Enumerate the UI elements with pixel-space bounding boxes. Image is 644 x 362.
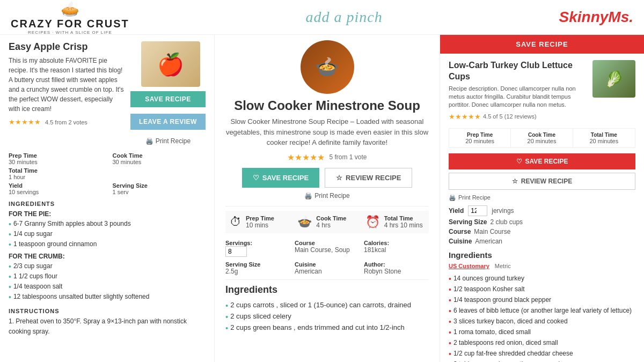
star-icon: ☆ xyxy=(512,178,518,185)
left-rating: 4.5 from 2 votes xyxy=(45,119,87,125)
list-item: 2 tablespoons red onion, diced small xyxy=(449,338,635,349)
list-item: 1/2 cup fat-free shredded cheddar cheese xyxy=(449,349,635,359)
middle-prep-val: 10 mins xyxy=(246,221,274,229)
middle-cuisine-val: American xyxy=(295,268,360,275)
right-course-label: Course xyxy=(449,228,471,235)
left-prep-time: Prep Time 30 minutes xyxy=(9,152,102,165)
middle-author: Author: Robyn Stone xyxy=(364,261,429,275)
heart-icon: ♡ xyxy=(516,158,522,165)
print-icon: 🖨️ xyxy=(145,137,153,145)
print-icon: 🖨️ xyxy=(304,192,312,200)
left-yield: Yield 10 servings xyxy=(9,182,102,195)
list-item: 1/4 cup sugar xyxy=(9,230,206,240)
list-item: 2/3 cup sugar xyxy=(9,262,206,272)
list-item: 6 leaves of bibb lettuce (or another lar… xyxy=(449,306,635,316)
right-course-row: Course Main Course xyxy=(449,228,635,235)
middle-serving-size-val: 2.5g xyxy=(225,268,290,275)
middle-time-grid: ⏱ Prep Time 10 mins 🍲 Cook Time 4 hrs ⏰ … xyxy=(225,211,429,233)
right-serving-val: 2 club cups xyxy=(490,218,523,226)
middle-print-label: Print Recipe xyxy=(314,192,349,200)
right-print-label: Print Recipe xyxy=(458,194,491,201)
right-content: Low-Carb Turkey Club Lettuce Cups Recipe… xyxy=(440,54,644,362)
middle-save-button[interactable]: ♡ SAVE RECIPE xyxy=(242,168,319,188)
list-item: 1 teaspoon ground cinnamon xyxy=(9,240,206,250)
list-item: 2 cups carrots , sliced or 1 (15-ounce) … xyxy=(225,300,429,311)
middle-meta-row2: Serving Size 2.5g Cuisine American Autho… xyxy=(225,261,429,275)
middle-total-label: Total Time xyxy=(384,215,423,221)
right-save-button[interactable]: ♡ SAVE RECIPE xyxy=(449,153,635,169)
right-total-val: 20 minutes xyxy=(575,138,633,144)
right-cuisine-label: Cuisine xyxy=(449,238,472,245)
middle-serving-size: Serving Size 2.5g xyxy=(225,261,290,275)
right-save-label: SAVE RECIPE xyxy=(525,158,568,165)
middle-panel: 🍲 Slow Cooker Minestrone Soup Slow Cooke… xyxy=(215,35,440,362)
list-item: 1 roma tomato, diced small xyxy=(449,327,635,338)
middle-cook-info: Cook Time 4 hrs xyxy=(316,215,346,229)
heart-icon: ♡ xyxy=(253,174,259,182)
middle-recipe-desc: Slow Cooker Minestrone Soup Recipe – Loa… xyxy=(225,116,429,148)
left-save-button[interactable]: SAVE RECIPE xyxy=(130,91,206,107)
right-prep-label: Prep Time xyxy=(451,132,508,138)
middle-print-link[interactable]: 🖨️ Print Recipe xyxy=(225,192,429,200)
left-recipe-title: Easy Apple Crisp xyxy=(9,41,125,53)
metric-button[interactable]: Metric xyxy=(495,263,511,269)
left-panel: Easy Apple Crisp This is my absolute FAV… xyxy=(0,35,215,362)
middle-course-label: Course xyxy=(295,240,360,246)
list-item: 6-7 Granny Smith apples about 3 pounds xyxy=(9,219,206,230)
middle-calories-label: Calories: xyxy=(364,240,429,246)
header: 🥧 CRAZY FOR CRUST RECIPES · WITH A SLICE… xyxy=(0,0,644,35)
left-pie-ingredients: 6-7 Granny Smith apples about 3 pounds 1… xyxy=(9,219,206,249)
right-time-grid: Prep Time 20 minutes Cook Time 20 minute… xyxy=(449,128,635,148)
left-crumb-ingredients: 2/3 cup sugar 1 1/2 cups flour 1/4 teasp… xyxy=(9,262,206,302)
us-customary-button[interactable]: US Customary xyxy=(449,263,489,269)
middle-review-label: REVIEW RECIPE xyxy=(346,174,401,182)
middle-review-button[interactable]: ☆ REVIEW RECIPE xyxy=(325,168,412,188)
right-yield-input[interactable] xyxy=(468,205,487,216)
right-save-bar[interactable]: SAVE RECIPE xyxy=(440,35,644,54)
logo-right[interactable]: SkinnyMs. xyxy=(559,9,633,26)
right-cook-time: Cook Time 20 minutes xyxy=(511,129,573,147)
left-serving-size: Serving Size 1 serv xyxy=(113,182,206,195)
list-item: 12 tablespoons unsalted butter slightly … xyxy=(9,292,206,302)
logo-center[interactable]: add a pinch xyxy=(306,9,383,26)
servings-input[interactable] xyxy=(225,246,247,257)
right-review-button[interactable]: ☆ REVIEW RECIPE xyxy=(449,173,635,190)
middle-serving-size-label: Serving Size xyxy=(225,261,290,268)
right-cuisine-row: Cuisine American xyxy=(449,238,635,245)
right-panel: SAVE RECIPE Low-Carb Turkey Club Lettuce… xyxy=(440,35,644,362)
middle-stars-row: ★★★★★ 5 from 1 vote xyxy=(225,152,429,162)
middle-servings: Servings: xyxy=(225,240,290,257)
clock-icon: ⏱ xyxy=(230,215,241,229)
middle-save-label: SAVE RECIPE xyxy=(262,174,309,182)
middle-total-time: ⏰ Total Time 4 hrs 10 mins xyxy=(361,211,429,233)
left-stars: ★★★★★ xyxy=(9,118,41,126)
list-item: 1/4 teaspoon salt xyxy=(9,282,206,292)
left-review-button[interactable]: LEAVE A REVIEW xyxy=(130,114,206,130)
timer-icon: ⏰ xyxy=(365,215,380,229)
print-icon: 🖨️ xyxy=(449,194,456,201)
right-prep-time: Prep Time 20 minutes xyxy=(449,129,511,147)
right-rating: 4.5 of 5 (12 reviews) xyxy=(483,113,537,120)
middle-cook-val: 4 hrs xyxy=(316,221,346,229)
right-print-link[interactable]: 🖨️ Print Recipe xyxy=(449,194,635,201)
middle-ingredients-list: 2 cups carrots , sliced or 1 (15-ounce) … xyxy=(225,300,429,334)
list-item: 2 tablespoons clean eating mayonnaise xyxy=(449,359,635,362)
logo-left[interactable]: 🥧 CRAZY FOR CRUST RECIPES · WITH A SLICE… xyxy=(11,0,129,35)
right-cook-val: 20 minutes xyxy=(513,138,570,144)
right-serving-row: Serving Size 2 club cups xyxy=(449,218,635,226)
middle-servings-label: Servings: xyxy=(225,240,290,246)
middle-cuisine: Cuisine American xyxy=(295,261,360,275)
logo-sub: RECIPES · WITH A SLICE OF LIFE xyxy=(28,30,112,35)
main-content: Easy Apple Crisp This is my absolute FAV… xyxy=(0,35,644,362)
right-stars: ★★★★★ xyxy=(449,113,481,121)
right-serving-label: Serving Size xyxy=(449,218,487,226)
middle-recipe-hero: 🍲 xyxy=(301,40,354,94)
right-recipe-title: Low-Carb Turkey Club Lettuce Cups xyxy=(449,60,587,83)
middle-prep-label: Prep Time xyxy=(246,215,274,221)
left-print-link[interactable]: 🖨️ Print Recipe xyxy=(145,137,191,145)
right-total-time: Total Time 20 minutes xyxy=(573,129,635,147)
middle-total-val: 4 hrs 10 mins xyxy=(384,221,423,229)
middle-course: Course Main Course, Soup xyxy=(295,240,360,257)
middle-cook-label: Cook Time xyxy=(316,215,346,221)
right-stars-row: ★★★★★ 4.5 of 5 (12 reviews) xyxy=(449,113,587,121)
